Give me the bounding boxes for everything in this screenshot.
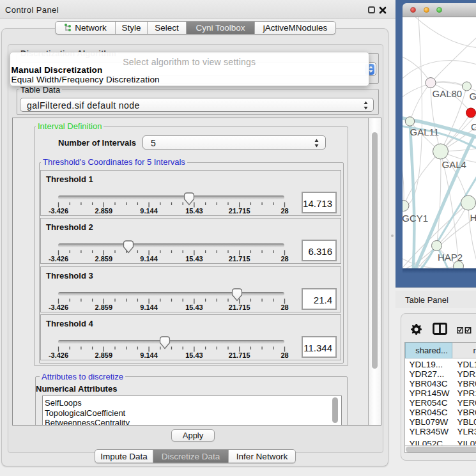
svg-text:GA: GA [470,91,476,102]
svg-text:GCY1: GCY1 [403,213,428,224]
svg-text:C: C [471,121,476,132]
svg-text:GAL4: GAL4 [442,159,466,170]
svg-text:GAL11: GAL11 [410,127,440,137]
svg-text:H: H [470,212,476,223]
svg-text:HAP2: HAP2 [438,252,463,263]
svg-text:GAL80: GAL80 [433,88,463,99]
